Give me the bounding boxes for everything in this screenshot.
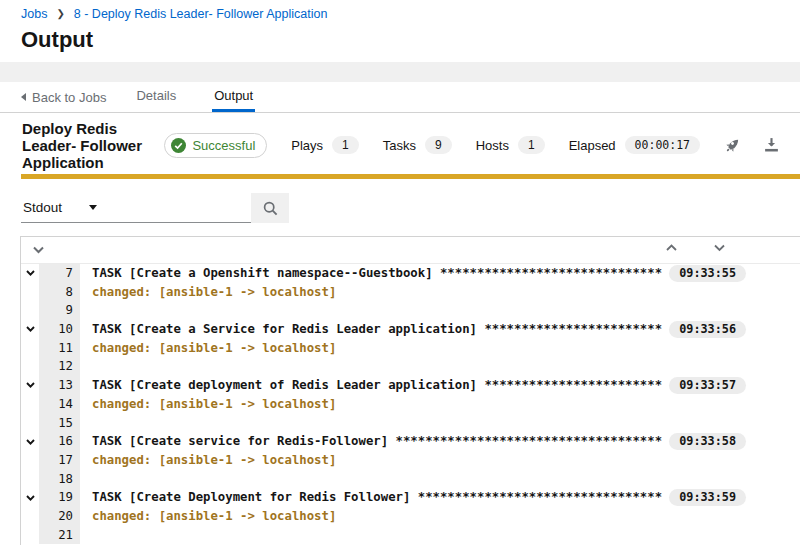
expand-line-button[interactable] [21,264,39,283]
rocket-icon [724,137,741,154]
line-timestamp: 09:33:56 [669,321,746,338]
line-content: TASK [Create a Service for Redis Leader … [80,320,800,339]
output-toolbar [21,237,800,264]
line-content: changed: [ansible-1 -> localhost] [80,339,800,358]
expand-line-button[interactable] [21,376,39,395]
line-content: TASK [Create deployment of Redis Leader … [80,376,800,395]
log-line: 12 [21,357,800,376]
log-line: 11 changed: [ansible-1 -> localhost] [21,339,800,358]
stat-tasks-value: 9 [425,136,452,154]
log-line: 17 changed: [ansible-1 -> localhost] [21,451,800,470]
line-text: changed: [ansible-1 -> localhost] [92,339,336,358]
output-source-value: Stdout [23,200,62,215]
log-line: 20 changed: [ansible-1 -> localhost] [21,507,800,526]
line-number: 9 [39,301,80,320]
expand-line-button[interactable] [21,488,39,507]
line-text: changed: [ansible-1 -> localhost] [92,395,336,414]
line-number: 20 [39,507,80,526]
tab-output[interactable]: Output [212,82,255,112]
line-number: 12 [39,357,80,376]
line-content [80,470,800,489]
stat-hosts-value: 1 [518,136,545,154]
breadcrumb-separator-icon: ❯ [56,8,64,19]
stat-hosts-label: Hosts [476,138,509,153]
clipped-edge-button[interactable] [783,242,800,257]
tabs-row: Back to Jobs Details Output [0,82,800,113]
back-caret-icon [21,93,26,101]
stat-elapsed-value: 00:00:17 [625,136,700,154]
log-line: 16 TASK [Create service for Redis-Follow… [21,432,800,451]
line-content: changed: [ansible-1 -> localhost] [80,395,800,414]
job-title: Deploy Redis Leader- Follower Applicatio… [22,120,151,171]
line-number: 19 [39,488,80,507]
output-source-select[interactable]: Stdout [21,193,105,223]
chevron-down-icon [26,495,35,501]
line-text: TASK [Create Deployment for Redis Follow… [92,488,662,507]
line-content: changed: [ansible-1 -> localhost] [80,283,800,302]
line-number: 11 [39,339,80,358]
log-line: 8 changed: [ansible-1 -> localhost] [21,283,800,302]
log-line: 13 TASK [Create deployment of Redis Lead… [21,376,800,395]
line-text: TASK [Create service for Redis-Follower]… [92,432,662,451]
line-number: 17 [39,451,80,470]
log-line: 19 TASK [Create Deployment for Redis Fol… [21,488,800,507]
tab-details[interactable]: Details [134,82,178,112]
line-text: changed: [ansible-1 -> localhost] [92,283,336,302]
stat-tasks-label: Tasks [383,138,416,153]
chevron-down-icon [26,270,35,276]
job-stats: Plays 1 Tasks 9 Hosts 1 Elapsed 00:00:17 [291,136,724,154]
log-line: 14 changed: [ansible-1 -> localhost] [21,395,800,414]
chevron-up-icon [666,244,677,252]
line-number: 10 [39,320,80,339]
line-timestamp: 09:33:58 [669,433,746,450]
line-timestamp: 09:33:55 [669,265,746,282]
page-title: Output [21,27,800,53]
top-bar: Jobs ❯ 8 - Deploy Redis Leader- Follower… [0,0,800,62]
line-content: TASK [Create service for Redis-Follower]… [80,432,800,451]
log-line: 15 [21,414,800,433]
stat-elapsed-label: Elapsed [569,138,616,153]
stat-tasks: Tasks 9 [383,136,452,154]
search-input[interactable] [105,193,251,223]
scroll-next-button[interactable] [714,244,725,252]
line-number: 21 [39,526,80,545]
chevron-down-icon [714,244,725,252]
line-content [80,357,800,376]
stat-elapsed: Elapsed 00:00:17 [569,136,700,154]
expand-line-button[interactable] [21,432,39,451]
line-timestamp: 09:33:57 [669,377,746,394]
line-number: 8 [39,283,80,302]
download-output-button[interactable] [763,137,780,153]
line-text: TASK [Create deployment of Redis Leader … [92,376,662,395]
breadcrumb-jobs-link[interactable]: Jobs [21,7,47,21]
line-number: 15 [39,414,80,433]
chevron-down-icon [26,326,35,332]
search-icon [263,201,278,216]
expand-line-button[interactable] [21,320,39,339]
stat-plays-label: Plays [291,138,323,153]
search-button[interactable] [251,193,289,223]
breadcrumb-job-link[interactable]: 8 - Deploy Redis Leader- Follower Applic… [74,7,328,21]
filter-row: Stdout [21,193,800,223]
scroll-previous-button[interactable] [666,244,677,252]
line-text: TASK [Create a Service for Redis Leader … [92,320,662,339]
relaunch-button[interactable] [724,137,741,154]
log-line: 18 [21,470,800,489]
job-progress-bar [21,174,800,179]
line-content [80,301,800,320]
line-content [80,526,800,545]
collapse-all-button[interactable] [33,246,44,254]
line-number: 7 [39,264,80,283]
line-text: changed: [ansible-1 -> localhost] [92,451,336,470]
job-header: Deploy Redis Leader- Follower Applicatio… [0,125,800,165]
tab-output-label: Output [214,88,253,103]
line-content: TASK [Create Deployment for Redis Follow… [80,488,800,507]
line-content: changed: [ansible-1 -> localhost] [80,507,800,526]
header-actions [724,137,786,154]
check-circle-icon [171,138,186,153]
output-panel: 7 TASK [Create a Openshift namespace--Gu… [20,236,800,545]
back-to-jobs-link[interactable]: Back to Jobs [21,82,106,112]
breadcrumb: Jobs ❯ 8 - Deploy Redis Leader- Follower… [21,7,800,21]
line-number: 14 [39,395,80,414]
line-text: TASK [Create a Openshift namespace--Gues… [92,264,662,283]
